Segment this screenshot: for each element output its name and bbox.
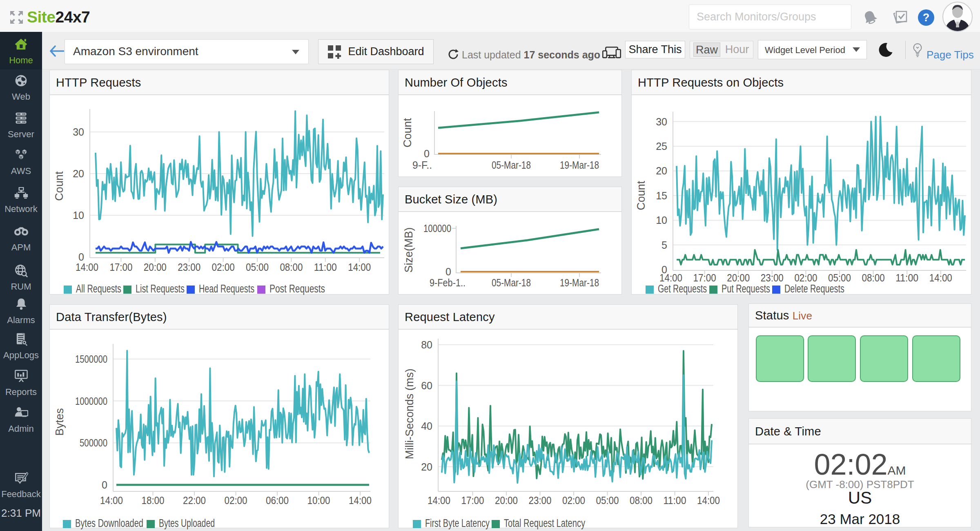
svg-text:19-Mar-18: 19-Mar-18 — [560, 159, 599, 171]
svg-text:05:00: 05:00 — [596, 495, 619, 506]
svg-text:Head Requests: Head Requests — [199, 283, 254, 295]
svg-text:Bytes Downloaded: Bytes Downloaded — [75, 517, 143, 529]
svg-text:05:00: 05:00 — [828, 272, 851, 283]
svg-text:20: 20 — [73, 168, 84, 179]
svg-text:60: 60 — [421, 380, 432, 391]
svg-text:Count: Count — [401, 118, 414, 147]
svg-text:9-F..: 9-F.. — [412, 159, 432, 171]
svg-text:14:00: 14:00 — [349, 495, 372, 506]
svg-text:Post Requests: Post Requests — [270, 283, 325, 295]
svg-text:15: 15 — [656, 190, 667, 201]
svg-text:23:00: 23:00 — [529, 495, 552, 506]
svg-text:Count: Count — [635, 181, 647, 210]
svg-text:20:00: 20:00 — [144, 261, 167, 273]
svg-text:23:00: 23:00 — [761, 272, 784, 283]
svg-text:14:00: 14:00 — [659, 272, 682, 283]
svg-text:02:00: 02:00 — [562, 495, 585, 506]
svg-text:Bytes: Bytes — [53, 408, 66, 436]
svg-text:14:00: 14:00 — [348, 261, 371, 273]
svg-text:02:00: 02:00 — [212, 261, 235, 273]
svg-text:1000000: 1000000 — [75, 395, 107, 407]
svg-text:80: 80 — [421, 339, 432, 350]
svg-text:All Requests: All Requests — [76, 283, 121, 295]
svg-text:20:00: 20:00 — [727, 272, 750, 283]
svg-text:0: 0 — [445, 266, 451, 277]
svg-text:1500000: 1500000 — [75, 353, 107, 365]
svg-text:100000: 100000 — [423, 223, 451, 234]
svg-text:05-Mar-18: 05-Mar-18 — [492, 159, 531, 171]
svg-text:List Requests: List Requests — [136, 283, 185, 295]
svg-text:0: 0 — [102, 479, 107, 491]
svg-text:17:00: 17:00 — [109, 261, 132, 273]
svg-text:Get Requests: Get Requests — [658, 283, 707, 295]
svg-text:25: 25 — [656, 141, 667, 152]
svg-text:30: 30 — [73, 126, 84, 138]
svg-text:20:00: 20:00 — [495, 495, 518, 506]
svg-text:Put Requests: Put Requests — [722, 283, 770, 295]
svg-text:0: 0 — [424, 148, 430, 159]
svg-text:Count: Count — [53, 171, 65, 201]
svg-text:05:00: 05:00 — [246, 261, 269, 273]
svg-text:02:00: 02:00 — [225, 495, 247, 506]
svg-text:14:00: 14:00 — [929, 272, 952, 283]
svg-text:18:00: 18:00 — [142, 495, 165, 506]
svg-text:Bytes Uploaded: Bytes Uploaded — [159, 517, 215, 529]
svg-text:10: 10 — [73, 210, 84, 221]
svg-text:10:00: 10:00 — [307, 495, 330, 506]
svg-text:Total Request Latency: Total Request Latency — [504, 517, 585, 529]
svg-text:0: 0 — [78, 251, 84, 263]
svg-text:23:00: 23:00 — [178, 261, 200, 273]
svg-text:14:00: 14:00 — [76, 261, 98, 273]
svg-text:11:00: 11:00 — [314, 261, 337, 273]
svg-text:22:00: 22:00 — [183, 495, 206, 506]
svg-text:30: 30 — [656, 116, 667, 127]
svg-text:20: 20 — [421, 461, 432, 473]
svg-text:9-Feb-1..: 9-Feb-1.. — [430, 277, 466, 288]
svg-text:11:00: 11:00 — [664, 495, 686, 506]
svg-text:08:00: 08:00 — [862, 272, 885, 283]
svg-text:Milli-Seconds (ms): Milli-Seconds (ms) — [403, 368, 416, 459]
svg-text:First Byte Latency: First Byte Latency — [425, 517, 490, 529]
svg-text:11:00: 11:00 — [895, 272, 918, 283]
svg-text:5: 5 — [662, 239, 667, 251]
svg-text:08:00: 08:00 — [630, 495, 653, 506]
svg-text:06:00: 06:00 — [266, 495, 289, 506]
svg-text:14:00: 14:00 — [100, 495, 123, 506]
svg-text:19-Mar-18: 19-Mar-18 — [560, 277, 599, 288]
svg-text:08:00: 08:00 — [280, 261, 303, 273]
svg-text:20: 20 — [656, 165, 667, 176]
svg-text:17:00: 17:00 — [461, 495, 484, 506]
svg-text:10: 10 — [656, 214, 667, 226]
svg-text:02:00: 02:00 — [794, 272, 817, 283]
svg-text:14:00: 14:00 — [428, 495, 450, 506]
svg-text:40: 40 — [421, 420, 432, 432]
svg-text:Delete Requests: Delete Requests — [784, 283, 844, 295]
svg-text:05-Mar-18: 05-Mar-18 — [492, 277, 531, 288]
svg-text:Size(MB): Size(MB) — [403, 227, 415, 272]
svg-text:500000: 500000 — [80, 437, 107, 448]
svg-text:17:00: 17:00 — [693, 272, 716, 283]
svg-text:14:00: 14:00 — [697, 495, 720, 506]
